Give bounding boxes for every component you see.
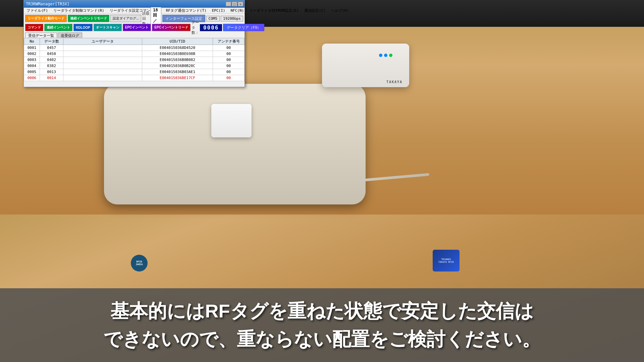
cell-user-data [63, 75, 142, 81]
cell-data-count: 0013 [40, 69, 63, 75]
cell-antenna: 00 [213, 57, 245, 63]
data-count-area: データ数： 0006 [192, 20, 222, 35]
cell-user-data [63, 69, 142, 75]
table-row: 0002 0450 E00401503B8E698B 00 [24, 51, 245, 57]
menu-comm-config[interactable]: 通信設定(C) [303, 8, 327, 13]
cell-user-data [63, 51, 142, 57]
data-count-label: データ数： [192, 20, 199, 35]
menu-rf-cmd[interactable]: RFタグ通信コマンド(T) [165, 8, 208, 13]
table-row: 0004 0382 E004015036B0B28C 00 [24, 63, 245, 69]
cell-antenna: 00 [213, 51, 245, 57]
btn-autoscan[interactable]: オートスキャン [94, 24, 122, 31]
btn-rdloop[interactable]: RDLOOP [73, 24, 93, 31]
led-blue2 [384, 54, 387, 57]
cell-antenna: 00 [213, 69, 245, 75]
menu-help[interactable]: ヘルプ(H) [330, 8, 350, 13]
col-header-uid: UID/TID [142, 38, 213, 45]
rfid-reader-pad: RFIDJARIA TR3AN02TAKAYA RFID [104, 84, 366, 204]
subtitle-text: 基本的にはRFタグを重ねた状態で安定した交信は できないので、重ならない配置をご… [103, 297, 541, 353]
menu-epc[interactable]: EPC(I) [211, 8, 227, 13]
btn-data-clear[interactable]: データクリア（F9） [223, 24, 264, 31]
btn-epc-inventory-read[interactable]: EPCインベントリード [152, 24, 191, 31]
table-row: 0001 0457 E0040150368D4520 00 [24, 45, 245, 51]
cell-uid-tid: E004015036BE17CF [142, 75, 213, 81]
table-row: 0003 0402 E004015036B0B082 00 [24, 57, 245, 63]
title-bar-buttons[interactable]: _ □ ✕ [226, 2, 243, 6]
col-header-antenna: アンテナ番号 [213, 38, 245, 45]
title-bar[interactable]: TR3RWManager[TR3X] _ □ ✕ [24, 0, 245, 8]
table-row: 0006 0014 E004015036BE17CF 00 [24, 75, 245, 81]
bps-label: 19200bps [221, 16, 243, 21]
cell-antenna: 00 [213, 75, 245, 81]
cell-user-data [63, 57, 142, 63]
maximize-button[interactable]: □ [232, 2, 237, 6]
rfid-logo-text: RFIDJARIA [136, 260, 143, 266]
cell-user-data [63, 63, 142, 69]
btn-epc-inventory[interactable]: EPCインベント [123, 24, 151, 31]
data-count-value: 0006 [200, 24, 222, 31]
tab-receive-data[interactable]: 受信データ一覧 [25, 33, 57, 38]
btn-continuous-inventory[interactable]: 連続インベントリモード [68, 15, 109, 22]
window-title: TR3RWManager[TR3X] [26, 2, 69, 6]
btn-reader-mode[interactable]: リーダライタ動作モード [25, 15, 67, 22]
takaya-brand-label: TAKAYA [386, 80, 402, 84]
cell-no: 0001 [24, 45, 40, 51]
tab-send-log[interactable]: 送受信ログ [58, 33, 82, 38]
btn-rdloop-active[interactable]: 連続インベント [44, 24, 72, 31]
table-row: 0005 0013 E004015036B03AE1 00 [24, 69, 245, 75]
menu-file[interactable]: ファイル(F) [25, 8, 49, 13]
menu-bar[interactable]: ファイル(F) リーダライタ制御コマンド(R) リーダライタ設定コマンド(Q) … [24, 8, 245, 14]
blue-label-text: TR3AN02TAKAYA RFID [438, 258, 454, 263]
cell-data-count: 0382 [40, 63, 63, 69]
toolbar-row2: コマンド 連続インベント RDLOOP オートスキャン EPCインベント EPC… [24, 23, 245, 32]
menu-reader-control[interactable]: リーダライタ制御コマンド(R) [52, 8, 106, 13]
data-table: No データ数 ユーザデータ UID/TID アンテナ番号 0001 0457 … [24, 38, 245, 81]
rfid-card [211, 104, 252, 137]
btn-command[interactable]: コマンド [25, 24, 43, 31]
cell-uid-tid: E004015036B0B082 [142, 57, 213, 63]
menu-eeprom[interactable]: リーダライタEEPROM設定(E) [248, 8, 300, 13]
cell-no: 0002 [24, 51, 40, 57]
cell-uid-tid: E00401503B8E698B [142, 51, 213, 57]
table-container: No データ数 ユーザデータ UID/TID アンテナ番号 0001 0457 … [24, 38, 245, 81]
led-blue [379, 54, 382, 57]
cell-data-count: 0402 [40, 57, 63, 63]
led-green [389, 54, 392, 57]
cell-antenna: 00 [213, 63, 245, 69]
led-lights [379, 54, 392, 57]
cell-no: 0004 [24, 63, 40, 69]
app-window[interactable]: TR3RWManager[TR3X] _ □ ✕ ファイル(F) リーダライタ制… [23, 0, 245, 87]
subtitle-line1: 基本的にはRFタグを重ねた状態で安定した交信は [103, 297, 541, 325]
col-header-no: No [24, 38, 40, 45]
col-header-user: ユーザデータ [63, 38, 142, 45]
table-body: 0001 0457 E0040150368D4520 00 0002 0450 … [24, 45, 245, 81]
rfid-logo: RFIDJARIA [131, 255, 148, 272]
cell-user-data [63, 45, 142, 51]
cell-uid-tid: E004015036B0B28C [142, 63, 213, 69]
cell-no: 0005 [24, 69, 40, 75]
blue-label: TR3AN02TAKAYA RFID [433, 250, 460, 272]
minimize-button[interactable]: _ [226, 2, 231, 6]
cell-uid-tid: E004015036B03AE1 [142, 69, 213, 75]
subtitle-line2: できないので、重ならない配置をご検討ください。 [103, 325, 541, 353]
close-button[interactable]: ✕ [238, 2, 243, 6]
cell-data-count: 0450 [40, 51, 63, 57]
cell-data-count: 0457 [40, 45, 63, 51]
cell-antenna: 00 [213, 45, 245, 51]
btn-settings-dialog[interactable]: 設定ダイアログ... [110, 15, 141, 22]
col-header-data: データ数 [40, 38, 63, 45]
cell-no: 0006 [24, 75, 40, 81]
cell-data-count: 0014 [40, 75, 63, 81]
cell-no: 0003 [24, 57, 40, 63]
takaya-reader-device: TAKAYA [322, 44, 409, 87]
subtitle-bar: 基本的にはRFタグを重ねた状態で安定した交信は できないので、重ならない配置をご… [0, 288, 644, 362]
cell-uid-tid: E0040150368D4520 [142, 45, 213, 51]
menu-nfc[interactable]: NFC(N) [229, 8, 246, 13]
